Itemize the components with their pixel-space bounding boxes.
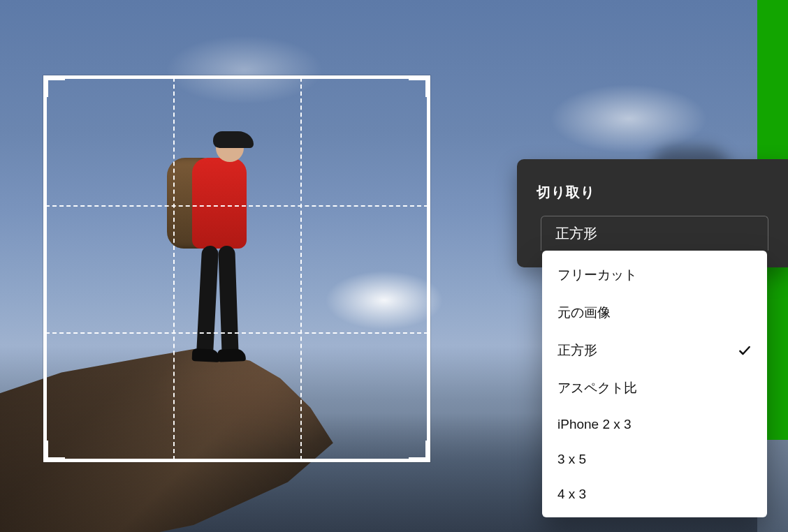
aspect-option-label: 元の画像	[557, 304, 611, 322]
aspect-option-6[interactable]: 4 x 3	[542, 477, 767, 512]
aspect-option-3[interactable]: アスペクト比	[542, 369, 767, 407]
crop-grid-horizontal-2	[45, 332, 428, 334]
crop-handle-bottom-left[interactable]	[45, 441, 65, 460]
aspect-option-label: 正方形	[557, 341, 597, 360]
aspect-option-label: iPhone 2 x 3	[557, 417, 632, 432]
aspect-option-0[interactable]: フリーカット	[542, 256, 767, 294]
crop-frame[interactable]	[43, 75, 430, 462]
crop-handle-top-right[interactable]	[409, 77, 428, 97]
aspect-option-5[interactable]: 3 x 5	[542, 442, 767, 477]
aspect-option-2[interactable]: 正方形	[542, 332, 767, 369]
aspect-select-value[interactable]: 正方形	[541, 216, 768, 251]
aspect-option-1[interactable]: 元の画像	[542, 294, 767, 332]
check-icon	[738, 343, 752, 357]
aspect-dropdown[interactable]: フリーカット元の画像正方形アスペクト比iPhone 2 x 33 x 54 x …	[542, 251, 767, 517]
crop-grid-horizontal-1	[45, 205, 428, 207]
crop-grid-vertical-2	[300, 77, 302, 460]
aspect-option-label: フリーカット	[557, 266, 637, 284]
image-editor-canvas: 切り取り 正方形 フリーカット元の画像正方形アスペクト比iPhone 2 x 3…	[0, 0, 788, 532]
crop-grid-vertical-1	[173, 77, 175, 460]
crop-handle-bottom-right[interactable]	[409, 441, 428, 460]
panel-title: 切り取り	[517, 176, 788, 216]
aspect-option-4[interactable]: iPhone 2 x 3	[542, 407, 767, 442]
crop-handle-top-left[interactable]	[45, 77, 65, 97]
aspect-option-label: アスペクト比	[557, 379, 637, 397]
aspect-select[interactable]: 正方形	[541, 216, 768, 251]
aspect-option-label: 3 x 5	[557, 452, 586, 467]
aspect-option-label: 4 x 3	[557, 487, 586, 502]
